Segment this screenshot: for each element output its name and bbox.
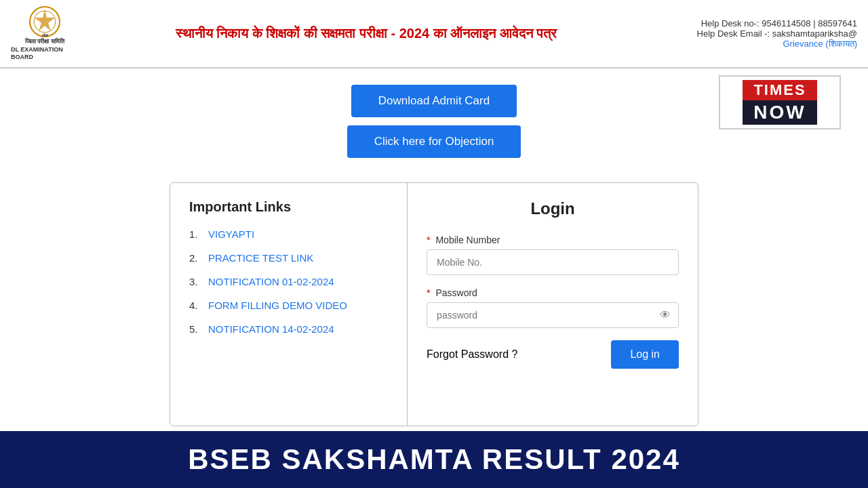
list-num-3: 3. xyxy=(189,276,203,287)
header-left: परीक्षा जिला परीक्षा समिति DL EXAMINATIO… xyxy=(11,5,79,62)
mobile-required-star: * xyxy=(427,235,430,245)
logo-line1: जिला परीक्षा समिति xyxy=(25,38,64,46)
banner-text: BSEB SAKSHAMTA RESULT 2024 xyxy=(188,443,680,475)
objection-button[interactable]: Click here for Objection xyxy=(347,125,521,158)
login-footer: Forgot Password ? Log in xyxy=(427,340,679,369)
buttons-area: Download Admit Card Click here for Objec… xyxy=(0,68,868,169)
link-notification-feb14[interactable]: NOTIFICATION 14-02-2024 xyxy=(208,323,334,335)
header: परीक्षा जिला परीक्षा समिति DL EXAMINATIO… xyxy=(0,0,868,68)
content-card: Important Links 1. VIGYAPTI 2. PRACTICE … xyxy=(170,182,698,426)
mobile-input[interactable] xyxy=(427,249,679,275)
eye-icon[interactable]: 👁 xyxy=(660,309,671,321)
svg-text:परीक्षा: परीक्षा xyxy=(41,33,49,37)
list-item: 5. NOTIFICATION 14-02-2024 xyxy=(189,323,388,335)
link-notification-feb1[interactable]: NOTIFICATION 01-02-2024 xyxy=(208,276,334,287)
logo-box: परीक्षा जिला परीक्षा समिति DL EXAMINATIO… xyxy=(11,5,79,62)
bottom-banner: BSEB SAKSHAMTA RESULT 2024 xyxy=(0,431,868,488)
list-num-2: 2. xyxy=(189,252,203,264)
main-content: Important Links 1. VIGYAPTI 2. PRACTICE … xyxy=(0,169,868,426)
mobile-label: * Mobile Number xyxy=(427,235,679,245)
admit-card-button[interactable]: Download Admit Card xyxy=(351,85,517,117)
times-now-inner: TIMES NOW xyxy=(743,80,816,125)
login-section: Login * Mobile Number * Password 👁 xyxy=(408,183,698,426)
login-heading: Login xyxy=(427,199,679,218)
list-item: 1. VIGYAPTI xyxy=(189,228,388,240)
link-practice-test[interactable]: PRACTICE TEST LINK xyxy=(208,252,313,264)
important-links-heading: Important Links xyxy=(189,199,388,215)
logo-emblem-icon: परीक्षा xyxy=(28,5,61,38)
times-now-top-text: TIMES xyxy=(743,80,816,100)
helpdesk-email: Help Desk Email -: sakshamtapariksha@ xyxy=(654,28,857,39)
password-required-star: * xyxy=(427,287,430,298)
times-now-bottom-text: NOW xyxy=(743,100,816,125)
times-now-logo: TIMES NOW xyxy=(719,75,841,129)
helpdesk-no: Help Desk no-: 9546114508 | 88597641 xyxy=(654,18,857,28)
links-list: 1. VIGYAPTI 2. PRACTICE TEST LINK 3. NOT… xyxy=(189,228,388,335)
header-title: स्थानीय निकाय के शिक्षकों की सक्षमता परी… xyxy=(79,26,654,41)
link-vigyapti[interactable]: VIGYAPTI xyxy=(208,228,254,240)
logo-line2: DL EXAMINATION BOARD xyxy=(11,46,79,62)
link-form-filling[interactable]: FORM FILLING DEMO VIDEO xyxy=(208,300,347,311)
list-item: 4. FORM FILLING DEMO VIDEO xyxy=(189,300,388,311)
password-group: * Password 👁 xyxy=(427,287,679,328)
header-right: Help Desk no-: 9546114508 | 88597641 Hel… xyxy=(654,18,857,49)
svg-marker-2 xyxy=(35,9,55,31)
forgot-password-text: Forgot Password ? xyxy=(427,348,517,361)
list-num-1: 1. xyxy=(189,228,203,240)
important-links-section: Important Links 1. VIGYAPTI 2. PRACTICE … xyxy=(170,183,408,426)
password-wrapper: 👁 xyxy=(427,302,679,328)
password-label: * Password xyxy=(427,287,679,298)
list-num-5: 5. xyxy=(189,323,203,335)
grievance-link[interactable]: Grievance (शिकायत) xyxy=(783,39,857,49)
list-num-4: 4. xyxy=(189,300,203,311)
mobile-number-group: * Mobile Number xyxy=(427,235,679,275)
login-button[interactable]: Log in xyxy=(611,340,679,369)
password-input[interactable] xyxy=(427,302,679,328)
list-item: 3. NOTIFICATION 01-02-2024 xyxy=(189,276,388,287)
list-item: 2. PRACTICE TEST LINK xyxy=(189,252,388,264)
